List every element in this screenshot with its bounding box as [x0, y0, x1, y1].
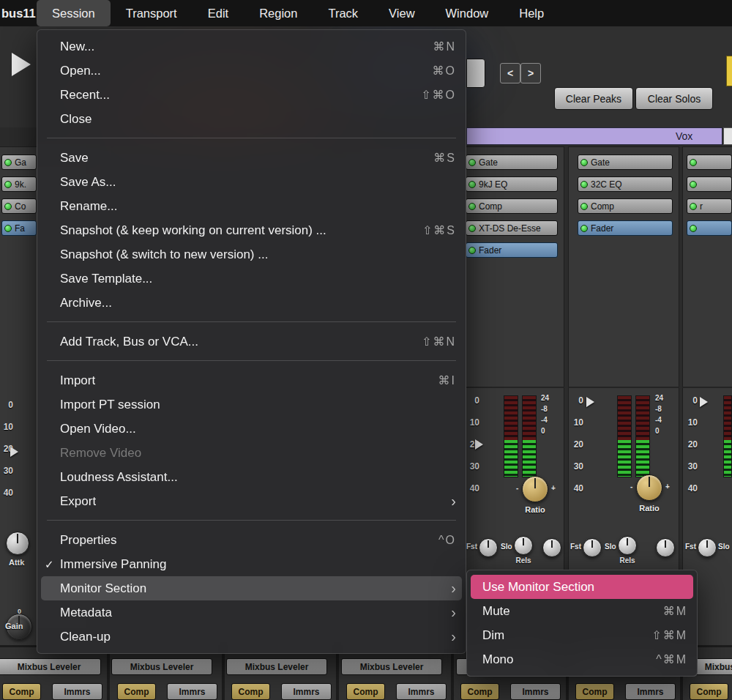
- power-led-icon[interactable]: [580, 159, 588, 166]
- nav-forward-button[interactable]: >: [520, 63, 541, 83]
- power-led-icon[interactable]: [468, 225, 476, 232]
- submenu-item[interactable]: Mute ⌘M: [467, 599, 697, 623]
- release-knob[interactable]: [618, 536, 637, 555]
- submenu-item[interactable]: Mono ^⌘M: [467, 647, 697, 671]
- menu-item[interactable]: Archive...: [37, 291, 466, 315]
- play-icon[interactable]: [12, 53, 31, 76]
- power-led-icon[interactable]: [4, 203, 12, 210]
- processor-button[interactable]: XT-DS De-Esse: [466, 220, 558, 236]
- menu-item[interactable]: Import PT session: [37, 392, 466, 417]
- mixbus-leveler-button[interactable]: Mixbus Leveler: [111, 658, 212, 675]
- power-led-icon[interactable]: [690, 203, 697, 210]
- menu-bar-item[interactable]: Window: [430, 0, 504, 26]
- submenu-item[interactable]: Dim ⇧⌘M: [467, 623, 697, 647]
- menu-bar-item[interactable]: Edit: [193, 0, 244, 26]
- menu-item[interactable]: Close: [37, 107, 466, 131]
- fader-handle[interactable]: [10, 447, 18, 457]
- processor-button[interactable]: 9kJ EQ: [466, 176, 558, 192]
- submenu-item[interactable]: Use Monitor Section: [471, 575, 693, 599]
- menu-bar-item[interactable]: View: [373, 0, 430, 26]
- menu-item[interactable]: Save ⌘S: [37, 146, 466, 170]
- processor-button[interactable]: Ga: [1, 154, 37, 170]
- release-knob[interactable]: [514, 536, 533, 555]
- immersive-button[interactable]: Immrs: [281, 683, 332, 700]
- menu-item[interactable]: ✓ Immersive Panning: [37, 552, 466, 576]
- clear-solos-button[interactable]: Clear Solos: [635, 87, 713, 110]
- fader-handle[interactable]: [475, 439, 483, 450]
- processor-button[interactable]: Gate: [466, 154, 558, 170]
- power-led-icon[interactable]: [468, 203, 476, 210]
- menu-item[interactable]: Open Video...: [37, 417, 466, 441]
- comp-knob[interactable]: [656, 538, 675, 557]
- power-led-icon[interactable]: [468, 181, 476, 188]
- processor-button[interactable]: Co: [1, 198, 37, 214]
- clear-peaks-button[interactable]: Clear Peaks: [554, 87, 633, 110]
- processor-button[interactable]: Gate: [578, 154, 673, 170]
- immersive-button[interactable]: Immrs: [396, 683, 447, 700]
- power-led-icon[interactable]: [4, 181, 12, 188]
- comp-button[interactable]: Comp: [346, 683, 385, 700]
- processor-button[interactable]: [687, 154, 732, 170]
- menu-item[interactable]: Add Track, Bus or VCA... ⇧⌘N: [37, 329, 466, 354]
- power-led-icon[interactable]: [468, 159, 476, 166]
- menu-item[interactable]: Import ⌘I: [37, 368, 466, 392]
- immersive-button[interactable]: Immrs: [167, 683, 217, 700]
- processor-button[interactable]: [687, 176, 732, 192]
- menu-bar-item[interactable]: Help: [504, 0, 559, 26]
- processor-button[interactable]: Fa: [1, 220, 37, 236]
- mixbus-leveler-button[interactable]: Mixbus Leveler: [226, 658, 327, 675]
- comp-button[interactable]: Comp: [2, 683, 41, 700]
- power-led-icon[interactable]: [580, 203, 588, 210]
- menu-item[interactable]: Export ›: [37, 489, 466, 513]
- fader-handle[interactable]: [586, 397, 594, 407]
- comp-button[interactable]: Comp: [575, 683, 614, 700]
- menu-item[interactable]: Save As...: [37, 170, 466, 194]
- menu-item[interactable]: Metadata ›: [37, 600, 466, 625]
- menu-bar-item[interactable]: Session: [37, 0, 111, 26]
- nav-back-button[interactable]: <: [500, 63, 520, 83]
- menu-bar-item[interactable]: Track: [313, 0, 373, 26]
- power-led-icon[interactable]: [690, 225, 697, 232]
- menu-item[interactable]: Monitor Section ›: [41, 576, 462, 600]
- comp-button[interactable]: Comp: [231, 683, 270, 700]
- power-led-icon[interactable]: [4, 159, 12, 166]
- menu-item[interactable]: Snapshot (& switch to new version) ...: [37, 242, 466, 267]
- ratio-knob[interactable]: [522, 476, 548, 502]
- power-led-icon[interactable]: [580, 225, 588, 232]
- menu-item[interactable]: Loudness Assistant...: [37, 465, 466, 489]
- immersive-button[interactable]: Immrs: [510, 683, 561, 700]
- fader-handle[interactable]: [700, 397, 708, 407]
- mixbus-leveler-button[interactable]: Mixbus Leveler: [0, 658, 101, 675]
- menu-item[interactable]: Clean-up ›: [37, 625, 466, 649]
- menu-item[interactable]: New... ⌘N: [37, 34, 466, 59]
- processor-button[interactable]: 9k.: [1, 176, 37, 192]
- processor-button[interactable]: Comp: [578, 198, 673, 214]
- menu-item[interactable]: Remove Video: [37, 441, 466, 465]
- ratio-knob[interactable]: [636, 474, 662, 501]
- attack-knob[interactable]: [6, 532, 29, 555]
- processor-button[interactable]: Comp: [466, 198, 558, 214]
- immersive-button[interactable]: Immrs: [52, 683, 102, 700]
- power-led-icon[interactable]: [690, 181, 697, 188]
- attack-knob[interactable]: [698, 538, 717, 557]
- processor-button[interactable]: 32C EQ: [578, 176, 673, 192]
- comp-button[interactable]: Comp: [460, 683, 499, 700]
- power-led-icon[interactable]: [690, 159, 697, 166]
- comp-button[interactable]: Comp: [690, 683, 728, 700]
- processor-button[interactable]: Fader: [466, 242, 558, 258]
- power-led-icon[interactable]: [580, 181, 588, 188]
- menu-item[interactable]: Properties ^O: [37, 528, 466, 552]
- power-led-icon[interactable]: [4, 225, 12, 232]
- menu-item[interactable]: Recent... ⇧⌘O: [37, 83, 466, 107]
- comp-knob[interactable]: [542, 538, 561, 557]
- menu-item[interactable]: Open... ⌘O: [37, 59, 466, 83]
- processor-button[interactable]: Fader: [578, 220, 673, 236]
- menu-item[interactable]: Rename...: [37, 194, 466, 218]
- attack-knob[interactable]: [479, 538, 498, 557]
- menu-item[interactable]: Save Template...: [37, 267, 466, 291]
- immersive-button[interactable]: Immrs: [625, 683, 676, 700]
- comp-button[interactable]: Comp: [117, 683, 156, 700]
- power-led-icon[interactable]: [468, 247, 476, 254]
- attack-knob[interactable]: [583, 538, 602, 557]
- menu-bar-item[interactable]: Transport: [111, 0, 193, 26]
